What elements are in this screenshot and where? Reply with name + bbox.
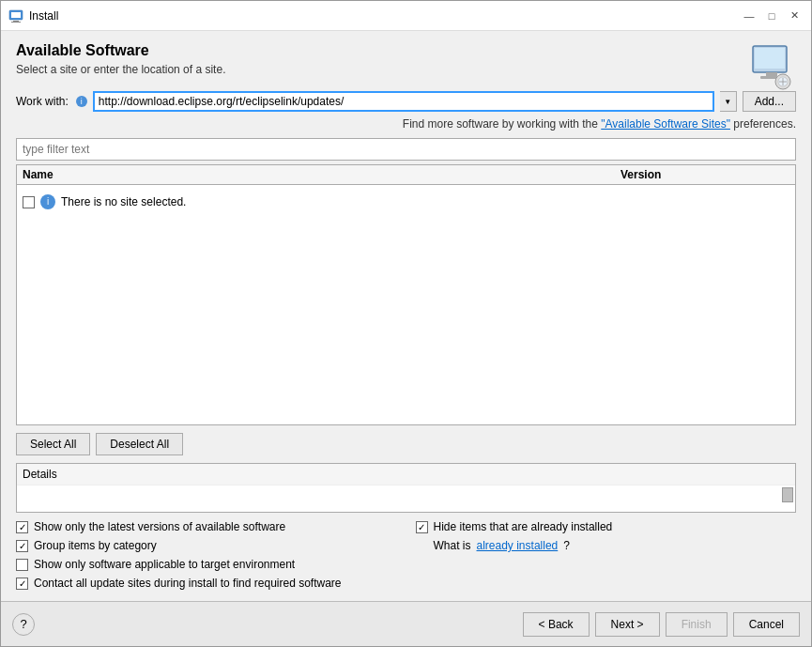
option-checkbox-4[interactable] [16, 578, 28, 590]
already-installed-link[interactable]: already installed [477, 539, 559, 552]
finish-button[interactable]: Finish [666, 612, 728, 637]
deselect-all-button[interactable]: Deselect All [96, 433, 183, 455]
page-header: Available Software Select a site or ente… [16, 42, 796, 91]
page-title: Available Software [16, 42, 225, 59]
no-site-row: i There is no site selected. [23, 191, 789, 213]
software-sites-row: Find more software by working with the "… [16, 117, 796, 131]
option-checkbox-3[interactable] [16, 559, 28, 571]
select-all-button[interactable]: Select All [16, 433, 90, 455]
main-content: Available Software Select a site or ente… [1, 31, 811, 601]
work-with-row: Work with: i ▼ Add... [16, 91, 796, 112]
help-button[interactable]: ? [12, 613, 35, 636]
option-row-4: Contact all update sites during install … [16, 577, 397, 590]
option-row-3: Show only software applicable to target … [16, 558, 397, 571]
option-label-4: Contact all update sites during install … [34, 577, 342, 590]
filter-input[interactable] [16, 138, 796, 161]
minimize-button[interactable]: — [740, 7, 758, 25]
what-is-installed-suffix: ? [563, 539, 570, 552]
option-row-1: Show only the latest versions of availab… [16, 520, 397, 533]
back-button[interactable]: < Back [523, 612, 590, 637]
software-sites-suffix: preferences. [730, 117, 796, 131]
close-button[interactable]: ✕ [785, 7, 804, 25]
col-name-header: Name [23, 168, 620, 181]
add-button[interactable]: Add... [743, 91, 796, 112]
what-is-installed-prefix: What is [434, 539, 471, 552]
svg-rect-1 [11, 12, 21, 18]
cancel-button[interactable]: Cancel [733, 612, 800, 637]
software-sites-text: Find more software by working with the [403, 117, 601, 131]
option-checkbox-1[interactable] [16, 521, 28, 533]
install-window: Install — □ ✕ Available Software Select … [0, 0, 812, 647]
svg-rect-6 [766, 72, 777, 76]
work-with-label: Work with: [16, 95, 69, 108]
monitor-icon [747, 42, 796, 91]
options-section: Show only the latest versions of availab… [16, 520, 796, 590]
header-text: Available Software Select a site or ente… [16, 42, 225, 85]
col-version-header: Version [620, 168, 789, 181]
option-checkbox-2[interactable] [16, 540, 28, 552]
svg-rect-3 [11, 22, 21, 23]
svg-rect-5 [755, 48, 785, 69]
no-site-message: There is no site selected. [61, 195, 186, 208]
header-icon-area [747, 42, 796, 91]
details-scrollbar[interactable] [782, 487, 793, 502]
hide-installed-row: Hide items that are already installed [416, 520, 797, 533]
details-body [17, 485, 795, 512]
option-row-2: Group items by category [16, 539, 397, 552]
details-header: Details [17, 464, 795, 485]
no-site-info-icon: i [40, 194, 55, 209]
url-dropdown-arrow[interactable]: ▼ [720, 91, 737, 112]
option-label-2: Group items by category [34, 539, 157, 552]
page-subtitle: Select a site or enter the location of a… [16, 63, 225, 76]
install-icon [8, 8, 23, 23]
title-bar: Install — □ ✕ [1, 1, 811, 31]
window-title: Install [29, 9, 740, 23]
software-table: Name Version i There is no site selected… [16, 164, 796, 425]
option-label-1: Show only the latest versions of availab… [34, 520, 285, 533]
hide-installed-label: Hide items that are already installed [434, 520, 613, 533]
footer: ? < Back Next > Finish Cancel [1, 601, 811, 646]
options-left: Show only the latest versions of availab… [16, 520, 397, 590]
details-section: Details [16, 463, 796, 513]
maximize-button[interactable]: □ [762, 7, 781, 25]
software-sites-link[interactable]: "Available Software Sites" [601, 117, 730, 131]
work-with-info-icon[interactable]: i [76, 96, 87, 107]
no-site-checkbox[interactable] [23, 196, 35, 208]
table-body: i There is no site selected. [17, 185, 795, 424]
next-button[interactable]: Next > [595, 612, 660, 637]
select-deselect-row: Select All Deselect All [16, 425, 796, 463]
options-right: Hide items that are already installed Wh… [416, 520, 797, 590]
hide-installed-checkbox[interactable] [416, 521, 428, 533]
window-controls: — □ ✕ [740, 7, 804, 25]
what-is-installed-row: What is already installed? [416, 539, 797, 552]
table-header: Name Version [17, 165, 795, 185]
option-label-3: Show only software applicable to target … [34, 558, 295, 571]
url-input[interactable] [93, 91, 714, 112]
